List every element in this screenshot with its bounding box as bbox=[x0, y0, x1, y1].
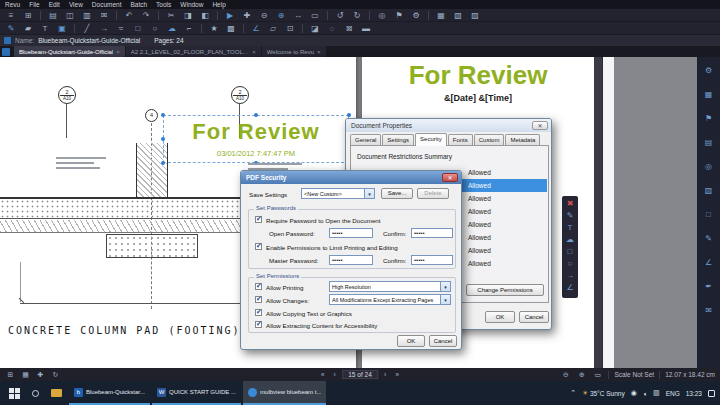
save-icon[interactable]: ◫ bbox=[63, 10, 77, 21]
close-icon[interactable] bbox=[532, 121, 548, 130]
count-icon[interactable]: ⊡ bbox=[283, 23, 297, 34]
layers-panel-icon[interactable]: ▧ bbox=[703, 185, 715, 196]
dialog-tab-settings[interactable]: Settings bbox=[382, 134, 414, 145]
detail-callout[interactable]: 2 A10 bbox=[231, 86, 249, 104]
file-explorer-icon[interactable] bbox=[51, 389, 62, 397]
dashboard-icon[interactable]: ⊞ bbox=[21, 10, 35, 21]
measure-icon[interactable]: ∠ bbox=[564, 282, 576, 293]
menu-help[interactable]: Help bbox=[212, 1, 225, 8]
open-password-confirm-input[interactable] bbox=[411, 228, 453, 238]
measure-length-icon[interactable]: ∠ bbox=[249, 23, 263, 34]
master-password-confirm-input[interactable] bbox=[411, 255, 453, 265]
dialog-tab-general[interactable]: General bbox=[350, 134, 381, 145]
volume-icon[interactable]: ◖ bbox=[643, 390, 647, 397]
undo-icon[interactable]: ↶ bbox=[122, 10, 136, 21]
change-permissions-button[interactable]: Change Permissions bbox=[466, 284, 544, 296]
print-icon[interactable]: ▥ bbox=[80, 10, 94, 21]
menu-tools[interactable]: Tools bbox=[156, 1, 171, 8]
weather-widget[interactable]: ☀ 35°C Sunny bbox=[582, 389, 625, 397]
require-password-checkbox[interactable] bbox=[255, 216, 262, 223]
pen-icon[interactable]: ✎ bbox=[564, 210, 576, 221]
ellipse-icon[interactable]: ○ bbox=[564, 258, 576, 269]
search-panel-icon[interactable]: ◎ bbox=[703, 161, 715, 172]
pan-tool-icon[interactable]: ✚ bbox=[240, 10, 254, 21]
save-settings-select[interactable]: <New Custom> bbox=[301, 188, 375, 199]
note-icon[interactable]: ▣ bbox=[55, 23, 69, 34]
last-page-button[interactable]: » bbox=[393, 371, 402, 378]
open-password-input[interactable] bbox=[329, 228, 373, 238]
email-icon[interactable]: ✉ bbox=[97, 10, 111, 21]
bookmarks-panel-icon[interactable]: ⚑ bbox=[703, 113, 715, 124]
cut-icon[interactable]: ✂ bbox=[164, 10, 178, 21]
text-icon[interactable]: T bbox=[564, 222, 576, 233]
pen-icon[interactable]: ✎ bbox=[4, 23, 18, 34]
dialog-tab-custom[interactable]: Custom bbox=[474, 134, 505, 145]
dialog-tab-security[interactable]: Security bbox=[415, 133, 447, 146]
arrow-icon[interactable]: → bbox=[97, 23, 111, 34]
selection-handle[interactable] bbox=[161, 137, 165, 141]
document-properties-cancel-button[interactable]: Cancel bbox=[519, 311, 549, 323]
close-icon[interactable]: ✖ bbox=[564, 198, 576, 209]
dialog-tab-fonts[interactable]: Fonts bbox=[448, 134, 473, 145]
selection-handle[interactable] bbox=[254, 113, 258, 117]
allow-changes-checkbox[interactable] bbox=[255, 296, 262, 303]
image-icon[interactable]: ▩ bbox=[224, 23, 238, 34]
selection-handle[interactable] bbox=[161, 113, 165, 117]
touch-keyboard-icon[interactable]: ▥ bbox=[653, 389, 660, 397]
pdf-security-cancel-button[interactable]: Cancel bbox=[429, 335, 457, 347]
rotate-left-icon[interactable]: ↺ bbox=[333, 10, 347, 21]
language-indicator[interactable]: ENG bbox=[666, 390, 680, 397]
page-indicator[interactable]: 15 of 24 bbox=[342, 370, 378, 379]
master-password-input[interactable] bbox=[329, 255, 373, 265]
dialog-titlebar[interactable]: Document Properties bbox=[346, 119, 551, 132]
scale-indicator[interactable]: Scale Not Set bbox=[614, 371, 654, 378]
network-icon[interactable]: ◉ bbox=[631, 389, 637, 397]
allow-printing-checkbox[interactable] bbox=[255, 283, 262, 290]
taskbar-app-bluebeam[interactable]: b Bluebeam-Quickstar... bbox=[69, 381, 150, 405]
text-icon[interactable]: T bbox=[38, 23, 52, 34]
allow-copying-checkbox[interactable] bbox=[255, 309, 262, 316]
flag-icon[interactable]: ⚑ bbox=[392, 10, 406, 21]
start-button[interactable] bbox=[9, 388, 20, 399]
callout-icon[interactable]: ⌐ bbox=[182, 23, 196, 34]
action-center-icon[interactable] bbox=[708, 390, 715, 397]
properties-icon[interactable]: ▨ bbox=[468, 10, 482, 21]
pdf-security-ok-button[interactable]: OK bbox=[397, 335, 425, 347]
tray-expand-icon[interactable]: ⌃ bbox=[570, 389, 576, 397]
paste-icon[interactable]: ◧ bbox=[198, 10, 212, 21]
rectangle-icon[interactable]: □ bbox=[564, 246, 576, 257]
menu-window[interactable]: Window bbox=[180, 1, 203, 8]
flatten-icon[interactable]: ▬ bbox=[359, 23, 373, 34]
panel-toggle-icon[interactable]: ⊞ bbox=[5, 371, 16, 379]
dialog-tab-metadata[interactable]: Metadata bbox=[505, 134, 540, 145]
grid-bubble[interactable]: 4 bbox=[145, 109, 158, 122]
menu-edit[interactable]: Edit bbox=[49, 1, 60, 8]
links-panel-icon[interactable]: ✉ bbox=[703, 305, 715, 316]
eraser-icon[interactable]: ◪ bbox=[308, 23, 322, 34]
cloud-icon[interactable]: ☁ bbox=[564, 234, 576, 245]
fit-page-icon[interactable]: ▭ bbox=[592, 371, 603, 379]
tab-close-icon[interactable] bbox=[116, 49, 120, 55]
menu-document[interactable]: Document bbox=[92, 1, 122, 8]
ellipse-icon[interactable]: ○ bbox=[148, 23, 162, 34]
fit-width-icon[interactable]: ↔ bbox=[291, 10, 305, 21]
menu-view[interactable]: View bbox=[69, 1, 83, 8]
grid-snap-icon[interactable]: ▦ bbox=[20, 371, 31, 379]
measure-area-icon[interactable]: ▱ bbox=[266, 23, 280, 34]
polyline-icon[interactable]: ≈ bbox=[114, 23, 128, 34]
markups-list-panel-icon[interactable]: ✎ bbox=[703, 233, 715, 244]
menu-icon[interactable]: ≡ bbox=[4, 10, 18, 21]
tab-bluebeam-quickstart-guide[interactable]: Bluebeam-Quickstart-Guide-Official bbox=[14, 46, 125, 57]
file-access-panel-icon[interactable]: ▤ bbox=[703, 137, 715, 148]
tab-welcome-to-revu[interactable]: Welcome to Revu bbox=[262, 46, 326, 57]
copy-icon[interactable]: ◨ bbox=[181, 10, 195, 21]
next-page-button[interactable]: › bbox=[381, 371, 390, 378]
thumbnails-panel-icon[interactable]: ▦ bbox=[703, 89, 715, 100]
document-properties-ok-button[interactable]: OK bbox=[485, 311, 515, 323]
save-button[interactable]: Save... bbox=[381, 188, 413, 199]
menu-revu[interactable]: Revu bbox=[5, 1, 20, 8]
signatures-panel-icon[interactable]: ✒ bbox=[703, 281, 715, 292]
menu-file[interactable]: File bbox=[29, 1, 39, 8]
pane-splitter[interactable] bbox=[594, 57, 602, 368]
rectangle-icon[interactable]: □ bbox=[131, 23, 145, 34]
